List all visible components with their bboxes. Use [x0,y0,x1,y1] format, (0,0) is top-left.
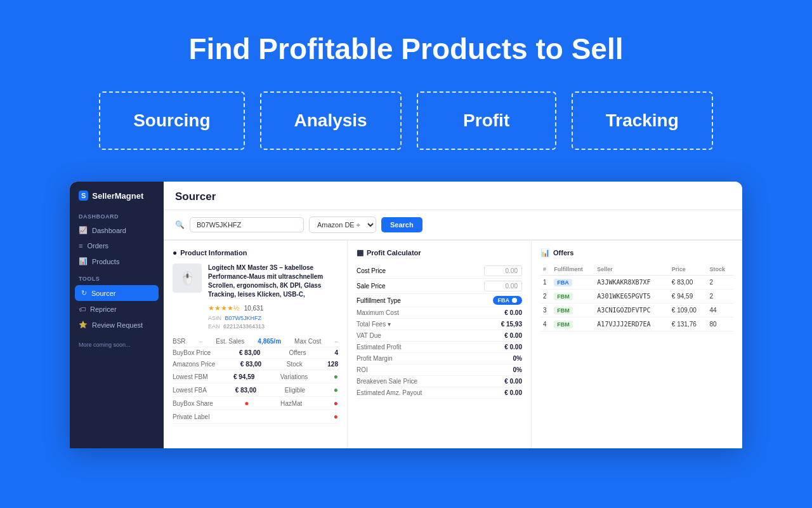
offer-stock: 44 [707,304,733,318]
features-row: Sourcing Analysis Profit Tracking [13,91,799,150]
col-num: # [540,264,551,276]
stat-buybox-share: BuyBox Share ● HazMat ● [173,397,338,410]
panels: ● Product Information 🖱️ Logitech MX Mas… [164,240,742,448]
hazmat-dot: ● [334,399,338,408]
search-row: 🔍 Amazon DE ÷ Search [164,210,742,240]
profit-calc-title: ▦ Profit Calculator [357,248,522,257]
estimated-payout-row: Estimated Amz. Payout € 0.00 [357,387,522,399]
offer-num: 2 [540,290,551,304]
sidebar-item-products[interactable]: 📊 Products [70,253,164,269]
offer-num: 4 [540,318,551,331]
fulfillment-badge: FBA [554,279,572,286]
logo-icon: S [79,190,88,201]
product-name: Logitech MX Master 3S – kabellose Perfor… [208,264,338,299]
main-header: Sourcer [164,182,742,210]
total-fees-row: Total Fees ▾ € 15,93 [357,319,522,330]
offer-fulfillment: FBM [551,290,594,304]
feature-analysis: Analysis [260,91,402,150]
product-details: Logitech MX Master 3S – kabellose Perfor… [208,264,338,330]
feature-profit: Profit [417,91,556,150]
offer-fulfillment: FBM [551,318,594,331]
col-stock: Stock [707,264,733,276]
fulfillment-badge: FBM [554,321,573,328]
orders-icon: ≡ [79,242,82,250]
stat-lowest-fbm: Lowest FBM € 94,59 Variations ● [173,370,338,384]
product-ean: EAN 6221243364313 [208,323,338,330]
offer-price: € 94,59 [669,290,707,304]
sidebar-item-repricer[interactable]: 🏷 Repricer [70,302,164,317]
offers-table: # Fulfillment Seller Price Stock 1 FBA A… [540,264,733,331]
breakeven-row: Breakeven Sale Price € 0.00 [357,376,522,387]
table-row: 3 FBM A3CNIGOZDFVTPC € 109,00 44 [540,304,733,318]
col-price: Price [669,264,707,276]
product-icon: ● [173,248,177,257]
offers-panel: 📊 Offers # Fulfillment Seller Price Stoc… [532,241,742,448]
search-icon: 🔍 [175,220,185,229]
fba-toggle[interactable]: FBA [493,296,523,305]
sidebar-item-dashboard[interactable]: 📈 Dashboard [70,222,164,238]
feature-tracking: Tracking [572,91,713,150]
marketplace-select[interactable]: Amazon DE ÷ [309,217,376,233]
maximum-cost-row: Maximum Cost € 0.00 [357,307,522,319]
product-info-title: ● Product Information [173,248,338,257]
profit-margin-row: Profit Margin 0% [357,353,522,364]
roi-row: ROI 0% [357,364,522,376]
sidebar-section-dashboard: Dashboard [70,207,164,222]
offer-stock: 80 [707,318,733,331]
table-row: 1 FBA A3JWKAKR8XB7XF € 83,00 2 [540,276,733,290]
repricer-icon: 🏷 [79,305,86,313]
offer-fulfillment: FBM [551,304,594,318]
page-title: Sourcer [175,190,216,203]
estimated-profit-row: Estimated Profit € 0.00 [357,342,522,353]
sale-price-input[interactable] [484,281,522,291]
stat-private-label: Private Label ● [173,410,338,424]
sidebar-logo: S SellerMagnet [70,182,164,207]
stat-lowest-fba: Lowest FBA € 83,00 Eligible ● [173,384,338,397]
product-info-panel: ● Product Information 🖱️ Logitech MX Mas… [164,241,348,448]
bsr-row: BSR – Est. Sales 4,865/m Max Cost – [173,336,338,347]
profit-calc-panel: ▦ Profit Calculator Cost Price Sale Pric… [348,241,532,448]
hero-title: Find Profitable Products to Sell [13,32,799,66]
variations-dot: ● [334,372,338,381]
offers-title: 📊 Offers [540,248,733,257]
toggle-dot [512,298,517,303]
stat-buybox-price: BuyBox Price € 83,00 Offers 4 [173,347,338,359]
sidebar-section-tools: Tools [70,269,164,284]
sidebar: S SellerMagnet Dashboard 📈 Dashboard ≡ O… [70,182,164,448]
cost-price-row: Cost Price [357,264,522,279]
offer-seller: A3CNIGOZDFVTPC [594,304,669,318]
cost-price-input[interactable] [484,265,522,276]
feature-sourcing: Sourcing [99,91,244,150]
offer-stock: 2 [707,276,733,290]
product-ids: ASIN B07W5JKHFZ [208,315,338,321]
search-button[interactable]: Search [381,217,422,232]
offer-price: € 83,00 [669,276,707,290]
offer-num: 1 [540,276,551,290]
offer-stock: 2 [707,290,733,304]
ean-value: 6221243364313 [223,323,265,330]
sidebar-item-orders[interactable]: ≡ Orders [70,238,164,253]
review-icon: ⭐ [79,321,88,329]
products-icon: 📊 [79,257,88,265]
vat-due-row: VAT Due € 0.00 [357,330,522,342]
app-window-wrapper: S SellerMagnet Dashboard 📈 Dashboard ≡ O… [0,182,812,448]
eligible-dot: ● [334,385,338,394]
sale-price-row: Sale Price [357,279,522,294]
sourcer-icon: ↻ [81,289,87,297]
offers-header: # Fulfillment Seller Price Stock [540,264,733,276]
offer-seller: A301WKE65PGVT5 [594,290,669,304]
sidebar-item-sourcer[interactable]: ↻ Sourcer [75,285,159,301]
dashboard-icon: 📈 [79,226,88,234]
product-image: 🖱️ [173,264,202,293]
hero-section: Find Profitable Products to Sell Sourcin… [0,0,812,182]
col-seller: Seller [594,264,669,276]
offer-num: 3 [540,304,551,318]
col-fulfillment: Fulfillment [551,264,594,276]
table-row: 2 FBM A301WKE65PGVT5 € 94,59 2 [540,290,733,304]
app-window: S SellerMagnet Dashboard 📈 Dashboard ≡ O… [70,182,742,448]
offer-price: € 109,00 [669,304,707,318]
sidebar-item-review-request[interactable]: ⭐ Review Request [70,317,164,333]
offer-seller: A3JWKAKR8XB7XF [594,276,669,290]
product-rating: ★★★★½ 10,631 [208,302,338,313]
search-input[interactable] [190,217,304,232]
